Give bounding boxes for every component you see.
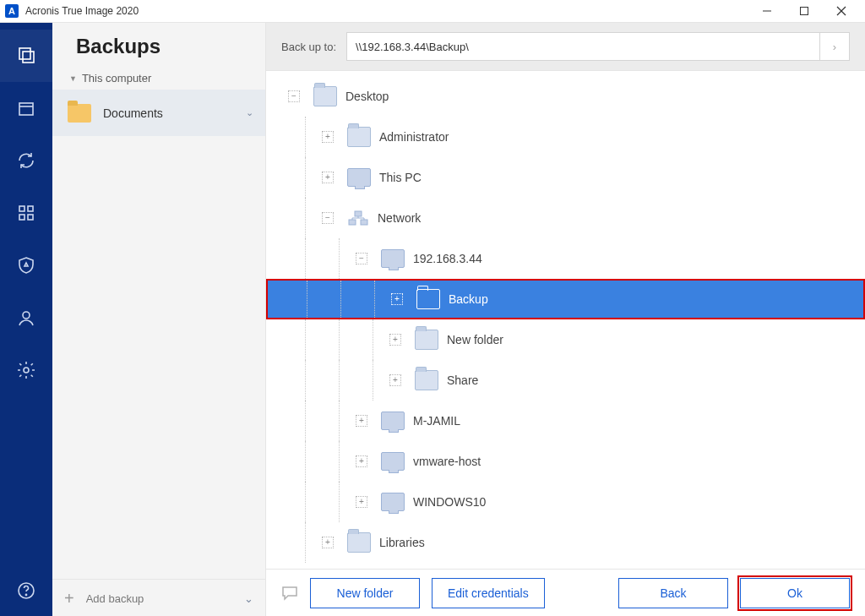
expand-icon[interactable]: + <box>322 131 334 143</box>
tree-node-label: WINDOWS10 <box>413 495 486 509</box>
nav-settings-icon[interactable] <box>0 344 52 396</box>
pc-icon <box>347 168 371 187</box>
tree-node-vmware-host[interactable]: + vmware-host <box>266 441 865 482</box>
svg-rect-18 <box>361 220 367 225</box>
tree-node-windows10[interactable]: + WINDOWS10 <box>266 482 865 522</box>
backup-item-documents[interactable]: Documents ⌄ <box>52 90 265 136</box>
backup-item-label: Documents <box>103 106 234 120</box>
svg-rect-6 <box>19 103 33 115</box>
nav-protection-icon[interactable] <box>0 239 52 292</box>
destination-toolbar: Back up to: › <box>266 23 865 71</box>
main-panel: Back up to: › − Desktop <box>266 23 865 616</box>
back-button[interactable]: Back <box>618 578 728 608</box>
backup-to-label: Back up to: <box>281 41 336 53</box>
add-backup-footer[interactable]: + Add backup ⌄ <box>52 579 265 616</box>
pc-icon <box>381 249 405 268</box>
destination-path-input[interactable] <box>347 41 819 53</box>
svg-rect-8 <box>19 206 24 211</box>
chevron-down-icon[interactable]: ⌄ <box>246 107 253 118</box>
backup-list-panel: Backups ▼ This computer Documents ⌄ + Ad… <box>52 23 266 616</box>
group-label: This computer <box>82 72 151 84</box>
expand-icon[interactable]: + <box>356 496 367 508</box>
expand-icon[interactable]: + <box>389 334 401 346</box>
tree-node-label: Share <box>447 373 478 387</box>
edit-credentials-button[interactable]: Edit credentials <box>432 578 545 608</box>
nav-apps-icon[interactable] <box>0 187 52 239</box>
svg-rect-5 <box>23 52 34 63</box>
pc-icon <box>381 493 405 511</box>
tree-node-label: Administrator <box>379 130 449 144</box>
nav-backup-icon[interactable] <box>0 30 52 82</box>
tree-node-label: Desktop <box>345 90 389 103</box>
tree-node-share[interactable]: + Share <box>266 360 865 401</box>
tree-node-new-folder[interactable]: + New folder <box>266 319 865 360</box>
caret-down-icon: ▼ <box>69 74 77 83</box>
nav-sync-icon[interactable] <box>0 134 52 187</box>
svg-rect-1 <box>801 8 808 15</box>
bottom-toolbar: New folder Edit credentials Back Ok <box>266 569 865 616</box>
tree-node-host-192-168-3-44[interactable]: − 192.168.3.44 <box>266 238 865 279</box>
tree-node-label: New folder <box>447 333 503 346</box>
chevron-down-icon[interactable]: ⌄ <box>244 592 253 605</box>
expand-icon[interactable]: + <box>356 455 367 467</box>
tree-node-administrator[interactable]: + Administrator <box>266 117 865 157</box>
path-go-button[interactable]: › <box>819 33 849 60</box>
nav-account-icon[interactable] <box>0 292 52 344</box>
expand-icon[interactable]: + <box>322 537 334 548</box>
window-title: Acronis True Image 2020 <box>25 5 748 17</box>
collapse-icon[interactable]: − <box>322 212 334 224</box>
expand-icon[interactable]: + <box>391 293 403 305</box>
tree-node-desktop[interactable]: − Desktop <box>266 76 865 117</box>
svg-rect-17 <box>349 220 356 225</box>
folder-icon <box>347 127 371 147</box>
title-bar: A Acronis True Image 2020 <box>0 0 865 23</box>
folder-icon <box>347 532 371 553</box>
expand-icon[interactable]: + <box>356 415 367 427</box>
svg-point-12 <box>23 312 30 319</box>
pc-icon <box>381 452 405 471</box>
plus-icon: + <box>64 590 74 607</box>
folder-icon <box>68 104 91 123</box>
nav-archive-icon[interactable] <box>0 82 52 134</box>
folder-tree[interactable]: − Desktop + Administrator <box>266 71 865 569</box>
tree-node-label: This PC <box>379 171 422 184</box>
svg-rect-10 <box>19 215 24 220</box>
expand-icon[interactable]: + <box>322 172 334 183</box>
expand-icon[interactable]: + <box>389 374 401 386</box>
maximize-button[interactable] <box>786 0 823 22</box>
svg-rect-11 <box>28 215 33 220</box>
folder-icon <box>313 86 337 106</box>
tree-node-label: 192.168.3.44 <box>413 252 482 265</box>
minimize-button[interactable] <box>748 0 786 22</box>
network-icon <box>347 210 369 226</box>
feedback-icon[interactable] <box>281 586 298 601</box>
close-button[interactable] <box>823 0 860 22</box>
app-icon: A <box>5 4 19 18</box>
tree-node-label: Backup <box>449 292 488 306</box>
svg-point-13 <box>24 368 29 373</box>
folder-icon <box>415 370 438 390</box>
svg-rect-4 <box>19 48 30 59</box>
tree-node-this-pc[interactable]: + This PC <box>266 157 865 198</box>
tree-node-label: Libraries <box>379 536 425 549</box>
nav-help-icon[interactable] <box>0 564 52 616</box>
destination-path-box: › <box>346 32 850 61</box>
new-folder-button[interactable]: New folder <box>310 578 420 608</box>
add-backup-label: Add backup <box>86 592 232 605</box>
page-title: Backups <box>76 35 265 58</box>
tree-node-m-jamil[interactable]: + M-JAMIL <box>266 401 865 441</box>
tree-node-backup[interactable]: + Backup <box>266 279 865 319</box>
tree-node-network[interactable]: − Network <box>266 198 865 238</box>
svg-rect-16 <box>355 211 362 216</box>
folder-icon <box>415 330 438 350</box>
collapse-icon[interactable]: − <box>356 253 367 264</box>
tree-node-libraries[interactable]: + Libraries <box>266 522 865 563</box>
group-this-computer[interactable]: ▼ This computer <box>52 67 265 90</box>
tree-node-label: Network <box>378 211 421 225</box>
svg-rect-9 <box>28 206 33 211</box>
svg-point-15 <box>25 594 26 595</box>
folder-icon <box>416 289 440 309</box>
collapse-icon[interactable]: − <box>288 90 300 102</box>
tree-node-label: vmware-host <box>413 455 481 468</box>
ok-button[interactable]: Ok <box>740 578 850 608</box>
